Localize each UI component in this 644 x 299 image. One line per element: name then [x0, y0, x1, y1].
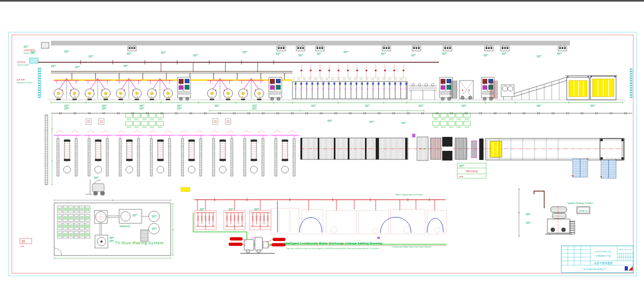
elevation-view — [30, 41, 632, 109]
corrugator-plan — [301, 134, 623, 161]
overhead-rail — [51, 71, 292, 81]
glue-tanks — [149, 211, 159, 234]
pallet-pair — [572, 158, 589, 177]
steam-source-tag — [30, 58, 38, 63]
bridge-conveyor — [409, 84, 437, 100]
transfer-rolls — [501, 85, 514, 100]
steam-trap-manifold — [224, 210, 245, 230]
yellow-note-highlight — [181, 187, 190, 192]
plan-roll-stand — [54, 131, 80, 177]
stacker-plan — [471, 138, 624, 178]
plan-roll-stand — [147, 131, 174, 177]
condensate-unit — [229, 237, 286, 253]
roll-stand — [54, 78, 79, 100]
paper-rack-label-box — [86, 119, 91, 125]
cad-drawing-canvas: 电源供应 Power Supply 蒸汽供应 Steam Supply 设备布置… — [0, 0, 644, 299]
plan-roll-stand — [116, 131, 143, 177]
drawing-number: WJ250-2200-2-01 — [619, 249, 632, 251]
glue-pump — [95, 235, 114, 248]
screen-text: 速度显示屏 — [579, 210, 588, 212]
roll-stand — [207, 78, 233, 100]
drawing-title: 设备平面布置图 — [594, 261, 613, 265]
feed-block — [489, 81, 498, 99]
plan-roll-stand — [178, 131, 205, 177]
door-swing-arc — [54, 248, 62, 256]
model-code: WJ250-1800-5LR — [595, 251, 612, 253]
trc-code: TRC0912 — [465, 170, 478, 173]
slitter-block — [450, 81, 457, 99]
glue-motor-unit — [119, 209, 142, 223]
roll-stand — [238, 78, 264, 100]
paper-rack-label-box — [213, 119, 218, 125]
paper-rack-label-box — [99, 119, 104, 125]
ladder — [570, 221, 575, 234]
condensate-bracket-label: Condensate Water Main Pipe Lower Bracket — [392, 246, 432, 248]
striped-pole-right — [630, 69, 632, 98]
double-backer — [292, 64, 407, 99]
glue-room: 淀粉堆放区 T5 Glue Making System — [54, 199, 174, 259]
glue-system-title: T5 Glue Making System — [114, 241, 164, 245]
striped-pole-left — [38, 68, 41, 98]
schematic-note: Trap drain connect to main line, pipe su… — [286, 247, 379, 250]
steam-trap-manifold — [250, 210, 271, 230]
plan-roll-stand — [272, 131, 298, 177]
steam-label-zh: 蒸汽供应 — [17, 61, 25, 63]
stairs — [141, 230, 148, 242]
steam-label-en: Steam Supply — [17, 64, 29, 66]
glue-mixer — [94, 210, 107, 223]
starch-pallets — [57, 206, 90, 238]
layout-label-zh: 设备布置 — [17, 78, 25, 81]
busbar-feed-box — [41, 42, 49, 48]
single-facer — [178, 77, 191, 100]
pallet-pair — [600, 159, 617, 178]
title-block: WJ250-2200-2-01 WJ250-1800-5LR 瓦楞纸板生产线 设… — [561, 246, 633, 273]
roll-stand — [116, 78, 142, 100]
stacker-elevation — [566, 76, 617, 100]
plan-roll-stand — [85, 131, 112, 177]
magenta-note — [377, 237, 380, 239]
end-machine — [545, 206, 575, 234]
roll-storage-cluster — [126, 113, 164, 127]
trc-label-table: TRC0912 — [457, 163, 486, 178]
steam-trap-manifold — [195, 210, 216, 230]
margin-label-steam: 蒸汽供应 Steam Supply — [17, 61, 29, 66]
incline-conveyor — [514, 77, 567, 100]
margin-label-layout: 设备布置 Equipment Layout — [17, 78, 33, 84]
screen-bracket — [534, 191, 544, 208]
company-name: 广东万联精工科技有限公司 — [581, 268, 606, 271]
piping-schematic: Main Supply Pipe of Steam — [193, 193, 447, 253]
speed-display-label: Speed Display Screen — [567, 202, 593, 205]
main-steam-pipe-label: Main Supply Pipe of Steam — [396, 193, 423, 196]
plan-wall — [45, 115, 48, 185]
equipment-outlines — [271, 208, 447, 234]
roll-stand — [85, 78, 111, 100]
display-screen: 速度显示屏 — [577, 207, 590, 214]
starch-area-label: 淀粉堆放区 — [119, 225, 131, 228]
top-window-strip — [0, 0, 644, 2]
plan-view: TRC0912 — [45, 110, 632, 195]
condensate-loops — [277, 201, 443, 233]
plan-roll-stand — [240, 131, 267, 177]
cutoff-knife — [459, 81, 473, 99]
board-stack — [569, 81, 587, 97]
busbar — [51, 41, 570, 45]
layout-label-en: Equipment Layout — [17, 82, 33, 84]
roll-stand — [147, 78, 173, 100]
forklift — [85, 177, 105, 195]
schematic-title: Intelligent Condensate Water Discharge L… — [283, 242, 383, 245]
roll-storage-cluster — [433, 113, 471, 127]
plan-roll-stand — [209, 131, 236, 177]
single-facer — [269, 77, 282, 100]
speed-display-group: Speed Display Screen 速度显示屏 — [518, 189, 593, 236]
paper-rack-label-box — [225, 119, 231, 125]
plan-board-stack — [490, 141, 502, 157]
product-name: 瓦楞纸板生产线 — [596, 254, 611, 257]
power-label-zh: 电源供应 — [24, 49, 32, 52]
elevation-dimension-chain — [51, 101, 623, 109]
margin-note-tag — [20, 238, 32, 246]
